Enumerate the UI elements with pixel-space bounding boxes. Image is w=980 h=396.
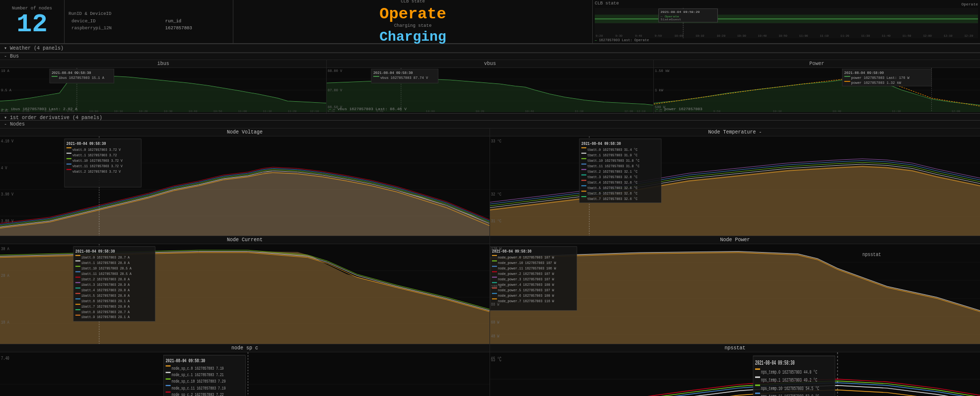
svg-text:nps_temp.11 1627857803  53.0 °: nps_temp.11 1627857803 53.0 °C — [761, 393, 819, 396]
svg-text:11:10: 11:10 — [892, 110, 901, 112]
svg-text:7.40: 7.40 — [1, 355, 9, 361]
svg-rect-106 — [67, 153, 71, 154]
svg-rect-112 — [67, 169, 71, 170]
svg-text:tbatt.0 1627857803   31.4 °C: tbatt.0 1627857803 31.4 °C — [587, 148, 638, 152]
svg-text:npsstat: npsstat — [862, 252, 881, 258]
ibus-legend-text: — ibus 1627857803 Last: 2.02 A — [6, 107, 77, 111]
svg-text:node_power.2 1627857803   107 : node_power.2 1627857803 107 W — [498, 272, 554, 276]
charging-state-label: Charging state — [394, 23, 432, 28]
svg-text:ibatt.4 1627857803   29.0 A: ibatt.4 1627857803 29.0 A — [81, 288, 130, 293]
svg-text:4 V: 4 V — [1, 166, 7, 170]
svg-text:tbatt.5 1627857803   32.6 °C: tbatt.5 1627857803 32.6 °C — [587, 186, 638, 190]
svg-text:60 W: 60 W — [491, 321, 499, 325]
svg-text:nps_temp.10 1627857803  54.5 °: nps_temp.10 1627857803 54.5 °C — [761, 385, 819, 392]
runid-panel: RunID & DeviceID device_ID run_id raspbe… — [65, 0, 233, 43]
node-current-chart: 2021-08-04 09:58:30 ibatt.0 1627857803 2… — [0, 244, 490, 344]
svg-text:power 1627857803 Last: 176 W: power 1627857803 Last: 176 W — [851, 76, 910, 80]
top-header-row: Number of nodes 12 RunID & DeviceID devi… — [0, 0, 980, 44]
runid-label: RunID & DeviceID — [69, 11, 229, 16]
svg-text:node_power.4 1627857803   108 : node_power.4 1627857803 108 W — [498, 283, 554, 287]
node-power-chart: npsstat 2021-08-04 09:58:30 node_power.0… — [490, 244, 980, 344]
svg-text:1 kW: 1 kW — [655, 88, 664, 92]
nodes-count-panel: Number of nodes 12 — [0, 0, 65, 43]
svg-text:12:20: 12:20 — [964, 34, 973, 37]
svg-text:9:40: 9:40 — [635, 34, 642, 37]
svg-text:node_power.7 1627857803   116 : node_power.7 1627857803 116 W — [498, 299, 554, 303]
bus-section-header[interactable]: - Bus — [0, 53, 980, 60]
node-voltage-title: Node Voltage — [0, 129, 490, 136]
svg-rect-242 — [492, 277, 497, 278]
bus-section: ibus 2021-08-04 09:58:30 ibus 1627857803… — [0, 60, 980, 114]
svg-rect-279 — [166, 385, 171, 386]
svg-rect-234 — [492, 255, 497, 256]
svg-text:87.00 V: 87.00 V — [328, 88, 343, 92]
svg-rect-248 — [492, 293, 497, 294]
svg-rect-110 — [67, 164, 71, 165]
svg-rect-236 — [492, 261, 497, 262]
svg-text:tbatt.11 1627857803  31.8 °C: tbatt.11 1627857803 31.8 °C — [587, 164, 640, 168]
power-legend: — — power 1627857803 — [656, 107, 702, 111]
svg-text:tbatt.10 1627857803  31.8 °C: tbatt.10 1627857803 31.8 °C — [587, 158, 640, 163]
svg-text:40 W: 40 W — [491, 334, 499, 339]
svg-text:120 W: 120 W — [491, 247, 501, 252]
svg-rect-104 — [67, 147, 71, 148]
svg-text:power 1627857803 1.32 kW: power 1627857803 1.32 kW — [851, 81, 901, 85]
svg-text:100 W: 100 W — [491, 284, 501, 289]
svg-text:3.90 V: 3.90 V — [1, 193, 13, 197]
svg-text:2021-08-04 09:58:30: 2021-08-04 09:58:30 — [755, 360, 795, 367]
svg-text:vbatt.2 1627857803   3.72 V: vbatt.2 1627857803 3.72 V — [72, 169, 121, 174]
svg-text:node_sp_c.10 1627857803  7.29: node_sp_c.10 1627857803 7.29 — [172, 379, 226, 384]
runid-table: device_ID run_id raspberrypi_12N 1627857… — [69, 17, 229, 32]
nodes-section-header[interactable]: - Nodes — [0, 121, 980, 129]
svg-rect-281 — [166, 392, 171, 393]
svg-text:2021-08-04 09:58:30: 2021-08-04 09:58:30 — [52, 71, 91, 75]
svg-text:node_sp_c.11 1627857803  7.19: node_sp_c.11 1627857803 7.19 — [172, 385, 226, 391]
svg-text:10:40: 10:40 — [832, 110, 841, 112]
svg-rect-153 — [581, 180, 586, 181]
svg-rect-197 — [75, 288, 80, 289]
vbus-legend-text: — vbus 1627857803 Last: 86.46 V — [333, 107, 407, 111]
svg-text:nps_temp.1 1627857803   49.2 °: nps_temp.1 1627857803 49.2 °C — [761, 377, 817, 384]
svg-rect-151 — [581, 175, 586, 176]
svg-text:12:00: 12:00 — [625, 110, 633, 112]
timeline-chart: 2021-08-04 09:58:20 — Operate SlateGuest… — [595, 8, 978, 38]
svg-text:vbatt.0 1627857803   3.72 V: vbatt.0 1627857803 3.72 V — [72, 148, 121, 152]
svg-text:10:40: 10:40 — [189, 110, 198, 112]
node-sp-c-panel: node sp c 2021-08-04 09:58:30 node_sp_c.… — [0, 344, 490, 396]
svg-rect-199 — [75, 293, 80, 294]
vbus-chart: 2021-08-04 09:58:30 vbus 1627857803 87.7… — [327, 68, 653, 112]
svg-text:2021-08-04 09:58:30: 2021-08-04 09:58:30 — [75, 250, 115, 254]
svg-text:11:20: 11:20 — [840, 34, 849, 37]
svg-text:2021-08-04 09:58:30: 2021-08-04 09:58:30 — [67, 141, 106, 146]
svg-rect-207 — [75, 315, 80, 316]
svg-rect-275 — [166, 372, 171, 373]
svg-text:ibatt.9 1627857803   29.1 A: ibatt.9 1627857803 29.1 A — [81, 315, 130, 320]
svg-text:19 A: 19 A — [1, 69, 10, 73]
svg-text:9:20: 9:20 — [596, 34, 603, 37]
node-power-panel: Node Power npsstat 2021-08-04 09:58:30 n… — [490, 236, 980, 344]
svg-rect-193 — [75, 277, 80, 278]
svg-text:10:10: 10:10 — [772, 110, 781, 112]
svg-text:tbatt.4 1627857803   32.6 °C: tbatt.4 1627857803 32.6 °C — [587, 180, 638, 185]
clb-state-label: CLB state — [401, 0, 425, 4]
svg-text:ibatt.3 1627857803   28.9 A: ibatt.3 1627857803 28.9 A — [81, 283, 130, 287]
svg-text:12:10: 12:10 — [310, 110, 319, 112]
svg-text:ibatt.0 1627857803   28.7 A: ibatt.0 1627857803 28.7 A — [81, 256, 130, 260]
node-sp-c-title: node sp c — [0, 344, 490, 352]
svg-rect-189 — [75, 266, 80, 267]
svg-text:node_power.5 1627857803   107 : node_power.5 1627857803 107 W — [498, 288, 554, 293]
derivative-section-header[interactable]: ▾ 1st order derivative (4 panels) — [0, 114, 980, 121]
svg-text:30 A: 30 A — [1, 247, 9, 252]
run-id-col-header: run_id — [163, 18, 228, 24]
svg-rect-187 — [75, 261, 80, 262]
weather-section-header[interactable]: ▾ Weather (4 panels) — [0, 44, 980, 53]
svg-rect-143 — [581, 153, 586, 154]
device-id-col-header: device_ID — [70, 18, 162, 24]
svg-rect-83 — [844, 76, 850, 77]
svg-rect-273 — [166, 365, 171, 366]
node-voltage-chart: 2021-08-04 09:58:30 vbatt.0 1627857803 3… — [0, 136, 490, 236]
svg-text:12:00: 12:00 — [923, 34, 932, 37]
svg-text:10:30: 10:30 — [164, 110, 173, 112]
svg-text:11:10: 11:10 — [820, 34, 829, 37]
svg-rect-321 — [755, 393, 760, 394]
